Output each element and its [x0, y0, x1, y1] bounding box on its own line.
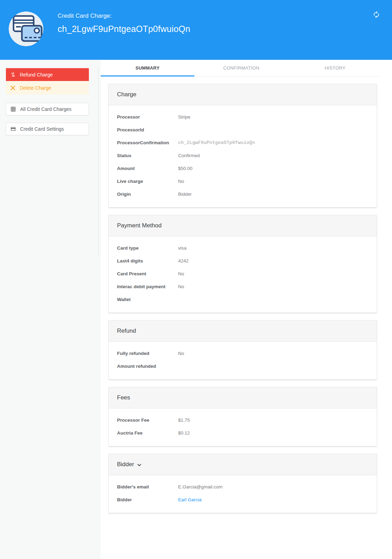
header-eyebrow: Credit Card Charge: [58, 13, 190, 19]
delete-charge-button[interactable]: Delete Charge [6, 81, 89, 95]
payment-method-card: Payment Method Card type visa Last4 digi… [108, 215, 377, 313]
processor-confirmation-value: ch_2LgwF9uPntgeaOTp0fwuioQn [178, 136, 255, 149]
tab-summary[interactable]: SUMMARY [101, 60, 194, 76]
detail-row: Processor Fee $1.75 [117, 414, 368, 427]
credit-card-settings-button[interactable]: Credit Card Settings [6, 123, 89, 135]
layout: Refund Charge Delete Charge [0, 60, 392, 559]
page: Credit Card Charge: ch_2LgwF9uPntgeaOTp0… [0, 0, 392, 559]
bidder-card: Bidder Bidder's email E.Garcia@gmail.com [108, 454, 377, 513]
all-credit-card-charges-button[interactable]: All Credit Card Charges [6, 103, 89, 115]
refund-card-title: Refund [117, 327, 136, 334]
money-off-icon [10, 72, 16, 78]
main-content: SUMMARY CONFIRMATION HISTORY Charge Proc… [101, 60, 392, 559]
delete-charge-label: Delete Charge [20, 85, 51, 91]
detail-row: ProcessorId [117, 123, 368, 136]
page-header: Credit Card Charge: ch_2LgwF9uPntgeaOTp0… [0, 0, 392, 60]
fees-card-title: Fees [117, 394, 130, 401]
detail-row: Wallet [117, 293, 368, 306]
sidebar-action-stack: Refund Charge Delete Charge [6, 68, 95, 95]
header-titles: Credit Card Charge: ch_2LgwF9uPntgeaOTp0… [58, 13, 190, 34]
detail-row: Card Present No [117, 267, 368, 280]
detail-row: ProcessorConfirmation ch_2LgwF9uPntgeaOT… [117, 136, 368, 149]
charge-card-header: Charge [109, 84, 377, 105]
detail-row: Amount refunded [117, 360, 368, 373]
refresh-button[interactable] [372, 11, 381, 19]
detail-row: Card type visa [117, 242, 368, 254]
payment-method-card-title: Payment Method [117, 222, 162, 229]
charge-card: Charge Processor Stripe ProcessorId Proc… [108, 84, 377, 208]
bidder-card-header: Bidder [109, 454, 377, 475]
sidebar: Refund Charge Delete Charge [0, 60, 101, 559]
charge-card-title: Charge [117, 91, 136, 98]
refund-card-header: Refund [109, 321, 377, 342]
detail-row: Last4 digits 4242 [117, 254, 368, 267]
detail-row: Interac debit payment No [117, 280, 368, 293]
bidder-link[interactable]: Earl Garcia [178, 493, 202, 506]
detail-row: Live charge No [117, 175, 368, 188]
fees-card-header: Fees [109, 387, 377, 408]
page-title: ch_2LgwF9uPntgeaOTp0fwuioQn [58, 24, 190, 34]
grid-icon [10, 106, 16, 112]
close-icon [10, 86, 16, 90]
summary-panel: Charge Processor Stripe ProcessorId Proc… [101, 76, 382, 541]
detail-row: Bidder Earl Garcia [117, 493, 368, 506]
refund-charge-label: Refund Charge [20, 72, 53, 78]
credit-card-icon [10, 126, 16, 132]
refresh-icon [373, 14, 380, 19]
detail-row: Fully refunded No [117, 347, 368, 360]
detail-row: Amount $50.00 [117, 162, 368, 175]
tab-confirmation[interactable]: CONFIRMATION [194, 60, 288, 76]
credit-card-settings-label: Credit Card Settings [20, 126, 64, 132]
tab-history[interactable]: HISTORY [288, 60, 382, 76]
detail-row: Processor Stripe [117, 111, 368, 123]
credit-cards-icon [9, 11, 43, 46]
payment-method-card-header: Payment Method [109, 215, 377, 236]
tab-bar: SUMMARY CONFIRMATION HISTORY [101, 60, 382, 76]
detail-row: Bidder's email E.Garcia@gmail.com [117, 480, 368, 493]
detail-row: Auctria Fee $0.12 [117, 427, 368, 439]
all-credit-card-charges-label: All Credit Card Charges [20, 106, 72, 112]
chevron-down-icon[interactable] [137, 464, 141, 467]
detail-row: Status Confirmed [117, 149, 368, 162]
bidder-card-title: Bidder [117, 461, 134, 468]
fees-card: Fees Processor Fee $1.75 Auctria Fee $0.… [108, 387, 377, 446]
refund-charge-button[interactable]: Refund Charge [6, 68, 89, 81]
detail-row: Origin Bidder [117, 188, 368, 201]
refund-card: Refund Fully refunded No Amount refunded [108, 320, 377, 380]
